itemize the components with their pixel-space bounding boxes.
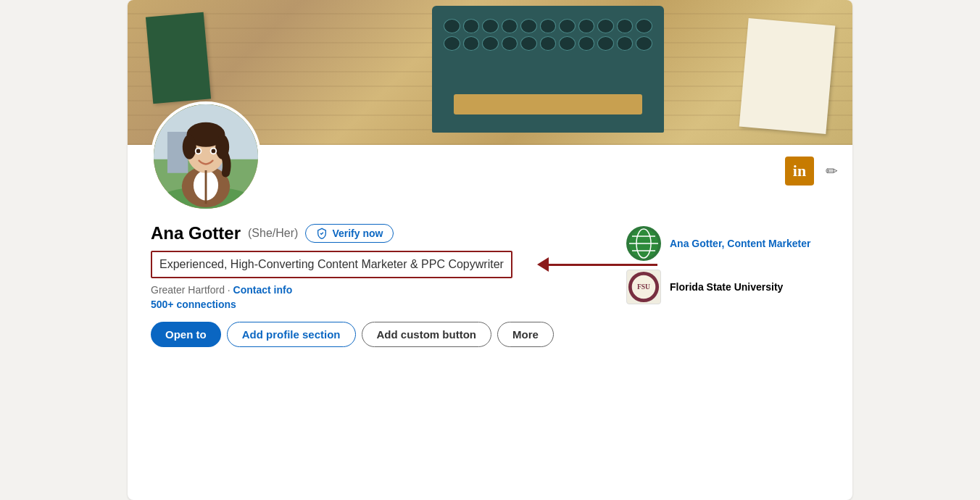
svg-point-14 [196,149,201,154]
shield-icon [316,228,328,239]
association-item-university: FSU Florida State University [626,270,829,304]
edit-profile-button[interactable]: ✏ [823,159,841,183]
more-button[interactable]: More [497,322,554,347]
verify-label: Verify now [332,228,383,239]
svg-point-10 [183,135,196,159]
avatar-image [154,104,258,209]
book-decoration [146,12,211,104]
avatar-wrapper [151,101,261,212]
arrow-annotation [537,257,657,272]
university-icon: FSU [626,270,661,304]
profile-top-actions: in ✏ [785,157,841,186]
paper-decoration [739,18,836,134]
profile-left-column: Ana Gotter (She/Her) Verify now Experi [151,223,626,347]
location-row: Greater Hartford · Contact info [151,284,626,296]
add-custom-button-button[interactable]: Add custom button [362,322,491,347]
profile-card: in ✏ Ana Gotter (She/Her) [128,0,852,500]
svg-point-15 [212,149,216,154]
profile-headline: Experienced, High-Converting Content Mar… [151,251,512,278]
linkedin-badge[interactable]: in [785,157,814,186]
connections-count[interactable]: 500+ connections [151,299,626,310]
content-marketer-link[interactable]: Ana Gotter, Content Marketer [670,237,829,250]
university-name: Florida State University [670,281,783,293]
globe-icon [626,226,661,261]
profile-name: Ana Gotter [151,223,241,243]
action-buttons-row: Open to Add profile section Add custom b… [151,322,626,347]
contact-info-link[interactable]: Contact info [233,284,293,296]
svg-text:FSU: FSU [637,283,650,291]
profile-body: in ✏ Ana Gotter (She/Her) [128,145,852,364]
headline-container: Experienced, High-Converting Content Mar… [151,251,512,278]
dot-separator: · [228,284,233,296]
fsu-icon: FSU [627,270,660,304]
name-row: Ana Gotter (She/Her) Verify now [151,223,626,243]
typewriter-decoration [432,6,664,133]
website-icon [626,226,661,261]
add-profile-section-button[interactable]: Add profile section [227,322,356,347]
open-to-button[interactable]: Open to [151,322,221,347]
website-text: Ana Gotter, Content Marketer [670,237,829,250]
association-item-website: Ana Gotter, Content Marketer [626,226,829,261]
avatar [151,101,261,212]
location-text: Greater Hartford [151,284,225,296]
profile-pronouns: (She/Her) [248,227,298,240]
university-text: Florida State University [670,280,829,293]
verify-button[interactable]: Verify now [305,224,394,243]
